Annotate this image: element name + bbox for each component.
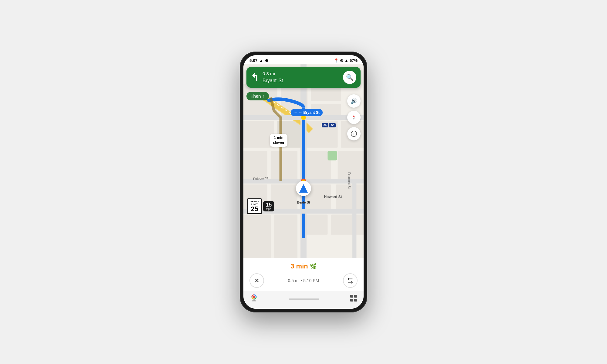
nav-street: Bryant St	[263, 76, 283, 84]
signal-icon: ▲	[344, 58, 348, 63]
svg-rect-14	[271, 184, 297, 211]
svg-rect-39	[350, 295, 353, 298]
svg-rect-11	[304, 151, 331, 181]
then-label: Then	[251, 94, 261, 99]
search-button[interactable]: 🔍	[343, 71, 356, 84]
location-indicator: ⊕	[265, 58, 268, 63]
bottom-controls: ✕ 0.5 mi • 5:10 PM	[249, 273, 358, 288]
beale-st-label: Beale St	[297, 201, 310, 204]
then-instruction: Then ↑	[246, 92, 269, 100]
svg-rect-40	[354, 295, 357, 298]
svg-marker-31	[353, 115, 355, 117]
interstate-shields: 80 2C	[322, 123, 336, 127]
nav-direction-info: ↰ 0.3 mi Bryant St	[251, 71, 283, 84]
eta-time: 3 min	[290, 262, 308, 270]
bryant-arrow: ←	[294, 110, 297, 115]
bryant-st-label: ← ← Bryant St	[291, 109, 323, 116]
home-indicator	[289, 298, 319, 300]
map-controls: 🔊 +	[347, 94, 361, 140]
battery-display: 57%	[350, 58, 358, 63]
speed-limit-number: 25	[250, 206, 259, 212]
svg-point-36	[253, 296, 255, 298]
status-left: 5:07 ▲ ⊕	[249, 58, 268, 63]
close-navigation-button[interactable]: ✕	[249, 273, 264, 288]
svg-rect-10	[271, 151, 297, 181]
then-arrow-icon: ↑	[263, 94, 265, 99]
eta-bar: 3 min 🌿 ✕ 0.5 mi • 5:10 PM	[243, 258, 364, 291]
nav-header: ↰ 0.3 mi Bryant St 🔍 Then ↑	[243, 64, 364, 88]
time-display: 5:07	[249, 58, 257, 63]
svg-rect-18	[274, 215, 297, 258]
current-speed-display: 15 mph	[263, 201, 274, 211]
trip-info: 0.5 mi • 5:10 PM	[288, 278, 319, 283]
eta-row: 3 min 🌿	[249, 262, 358, 270]
nav-instruction-bar[interactable]: ↰ 0.3 mi Bryant St 🔍	[246, 67, 361, 88]
svg-text:+: +	[353, 132, 355, 136]
volume-button[interactable]: 🔊	[347, 94, 361, 108]
compass-button[interactable]	[347, 111, 361, 124]
wifi-icon: ⊘	[340, 58, 343, 63]
phone-screen: 5:07 ▲ ⊕ 📍 ⊘ ▲ 57%	[243, 55, 364, 309]
nav-text: 0.3 mi Bryant St	[263, 71, 283, 84]
phone-nav-bar	[243, 291, 364, 309]
speed-limit-sign: SPEEDLIMIT 25	[247, 198, 262, 214]
svg-rect-20	[331, 215, 364, 235]
turn-arrow-icon: ↰	[251, 72, 259, 83]
i2c-shield: 2C	[329, 123, 336, 127]
trip-details: 0.5 mi • 5:10 PM	[288, 278, 319, 283]
routes-button[interactable]	[343, 273, 358, 288]
speed-limit-display: SPEEDLIMIT 25 15 mph	[247, 198, 274, 214]
status-right: 📍 ⊘ ▲ 57%	[334, 58, 358, 63]
slower-route-label: 1 min slower	[270, 134, 287, 147]
fremont-st-label: Fremont St	[348, 172, 351, 189]
svg-rect-5	[243, 121, 274, 148]
nav-distance: 0.3 mi	[263, 71, 283, 76]
location-icon: 📍	[334, 58, 339, 63]
app-grid-button[interactable]	[350, 294, 358, 304]
howard-st-label: Howard St	[324, 195, 342, 199]
svg-rect-29	[327, 151, 337, 160]
direction-triangle	[299, 184, 308, 193]
eco-icon: 🌿	[310, 263, 317, 270]
report-button[interactable]: +	[347, 127, 361, 140]
map-area[interactable]: ↰ 0.3 mi Bryant St 🔍 Then ↑	[243, 64, 364, 258]
svg-rect-17	[243, 215, 271, 258]
svg-rect-42	[354, 299, 357, 302]
location-circle	[296, 181, 311, 196]
status-bar: 5:07 ▲ ⊕ 📍 ⊘ ▲ 57%	[243, 55, 364, 64]
svg-marker-32	[353, 117, 355, 120]
location-marker	[296, 181, 311, 196]
i80-shield: 80	[322, 123, 328, 127]
phone-frame: 5:07 ▲ ⊕ 📍 ⊘ ▲ 57%	[240, 52, 367, 312]
svg-rect-41	[350, 299, 353, 302]
nav-indicator: ▲	[259, 58, 263, 63]
google-mic-button[interactable]	[249, 293, 259, 305]
